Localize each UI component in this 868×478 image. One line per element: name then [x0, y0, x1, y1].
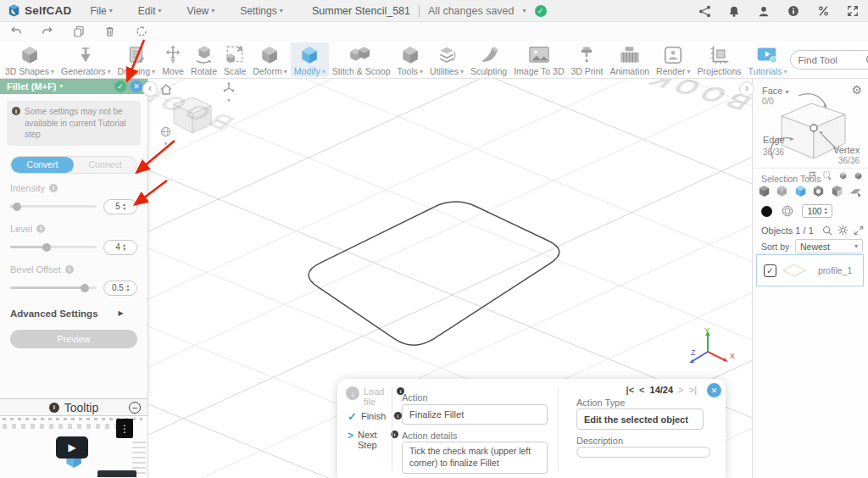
bevel-offset-value-stepper[interactable]: 0.5▴▾ [103, 281, 137, 296]
last-step-button[interactable]: >| [688, 385, 697, 395]
shortcuts-icon[interactable] [816, 4, 830, 18]
caret-down-icon[interactable]: ▾ [160, 141, 171, 147]
grid-settings-icon[interactable]: ▾ [160, 126, 171, 147]
fullscreen-icon[interactable] [846, 4, 860, 18]
undo-icon[interactable] [10, 25, 22, 37]
reset-icon[interactable] [136, 25, 147, 37]
action-details-input[interactable]: Tick the check mark (upper left corner) … [402, 442, 548, 474]
toolbar-item-stitch-scoop[interactable]: Stitch & Scoop [329, 42, 394, 77]
toolbar-item-image-to-3d[interactable]: Image To 3D [510, 42, 567, 77]
toolbar-item-rotate[interactable]: Rotate [187, 42, 220, 77]
wireframe-sphere-icon[interactable] [782, 205, 793, 217]
toolbar-item-tutorials[interactable]: Tutorials▾ [745, 42, 791, 77]
collapse-tooltip-button[interactable]: – [129, 402, 141, 414]
object-checkbox[interactable]: ✓ [764, 264, 776, 277]
camera-gizmo-icon[interactable]: ▾ [223, 82, 235, 104]
step-next-step[interactable]: > Next Step i [348, 430, 398, 450]
toolbar-item-generators[interactable]: Generators▾ [58, 42, 114, 77]
action-input[interactable]: Finalize Fillet [402, 404, 548, 425]
caret-down-icon[interactable]: ▾ [223, 97, 235, 104]
info-icon[interactable]: i [394, 412, 402, 420]
copy-icon[interactable] [73, 25, 85, 37]
collapse-right-panel-button[interactable]: › [739, 81, 754, 97]
search-icon[interactable] [822, 225, 832, 237]
redo-icon[interactable] [42, 25, 53, 37]
tab-convert[interactable]: Convert [11, 157, 74, 173]
object-list-item-profile-1[interactable]: ✓ profile_1 [756, 254, 864, 286]
first-step-button[interactable]: |< [626, 385, 635, 395]
toolbar-item-sculpting[interactable]: Sculpting [467, 42, 510, 77]
color-swatch-black[interactable] [761, 206, 772, 217]
edge-mode-label[interactable]: Edge [763, 135, 785, 145]
description-input[interactable] [576, 447, 710, 458]
toolbar-item-label: Tools▾ [398, 66, 424, 77]
select-cursor-icon[interactable] [823, 171, 832, 182]
intensity-value-stepper[interactable]: 5▴▾ [103, 199, 137, 214]
home-view-icon[interactable] [160, 84, 172, 97]
tab-connect[interactable]: Connect [74, 157, 136, 173]
play-button[interactable]: ▶ [56, 436, 88, 459]
cube-half-icon[interactable] [830, 184, 844, 200]
close-tutorial-button[interactable]: ✕ [707, 383, 721, 397]
menu-edit[interactable]: Edit▾ [138, 5, 162, 17]
caret-down-icon[interactable]: ▾ [522, 8, 526, 14]
cube-mesh-icon[interactable] [775, 184, 789, 200]
advanced-settings-toggle[interactable]: Advanced Settings ▶ [10, 308, 137, 319]
cube-solid-icon[interactable] [757, 184, 771, 200]
toolbar-item-render[interactable]: Render▾ [653, 42, 693, 77]
gear-icon[interactable] [837, 225, 849, 237]
toolbar-item-tools[interactable]: Tools▾ [394, 42, 427, 77]
preview-button[interactable]: Preview [10, 330, 137, 348]
apply-fillet-button[interactable]: ✓ [114, 81, 126, 92]
share-icon[interactable] [698, 4, 711, 18]
bevel-offset-slider[interactable] [10, 286, 97, 289]
tutorial-notice: i Some settings may not be available in … [7, 101, 141, 146]
cube-icon [398, 43, 424, 66]
document-title[interactable]: Summer Stencil_581 [312, 5, 410, 17]
level-value-stepper[interactable]: 4▴▾ [103, 240, 137, 255]
fillet-panel-header[interactable]: Fillet (M+F) ▾ ✓ ✕ [0, 79, 147, 94]
toolbar-item-projections[interactable]: Projections [694, 42, 745, 77]
plane-select-icon[interactable] [848, 184, 864, 200]
toolbar-item-modify[interactable]: Modify▾ [291, 42, 329, 77]
collapse-left-panel-button[interactable]: ‹ [142, 81, 158, 97]
find-tool-search[interactable] [790, 50, 868, 69]
opacity-stepper[interactable]: 100 ▴▾ [802, 204, 832, 218]
toolbar-item-animation[interactable]: Animation [606, 42, 653, 77]
toolbar-item-utilities[interactable]: Utilities▾ [426, 42, 467, 77]
kebab-menu-icon[interactable]: ⋮ [116, 419, 133, 438]
cube-dot-icon[interactable] [811, 184, 826, 200]
step-finish[interactable]: ✓ Finish i [348, 411, 402, 423]
toolbar-item-3d-print[interactable]: 3D Print [567, 42, 606, 77]
prev-step-button[interactable]: < [639, 385, 644, 395]
level-slider[interactable] [10, 246, 97, 248]
cube-mini-icon[interactable] [838, 171, 848, 182]
toolbar-item-deform[interactable]: Deform▾ [249, 42, 290, 77]
delete-icon[interactable] [104, 25, 116, 37]
toolbar-item-move[interactable]: Move [159, 42, 187, 77]
notifications-icon[interactable] [727, 4, 741, 18]
view-cube[interactable] [174, 97, 211, 133]
intensity-slider[interactable] [10, 205, 97, 208]
toolbar-item-scale[interactable]: Scale [220, 42, 249, 77]
vertex-mode-label[interactable]: Vertex [833, 145, 860, 155]
cube-selected-icon[interactable] [793, 184, 808, 200]
caret-down-icon[interactable]: ▾ [59, 83, 63, 90]
menu-view[interactable]: View▾ [186, 5, 214, 17]
info-icon: i [65, 265, 74, 274]
tutorial-video-thumbnail[interactable]: ▶ ⋮ [0, 416, 147, 477]
flag-icon[interactable] [808, 171, 817, 182]
account-icon[interactable] [757, 4, 771, 18]
toolbar-item-drawing[interactable]: Drawing▾ [114, 42, 159, 77]
expand-icon[interactable] [854, 225, 864, 237]
action-type-input[interactable]: Edit the selected object [576, 409, 704, 430]
next-step-button[interactable]: > [678, 385, 683, 395]
menu-settings[interactable]: Settings▾ [240, 5, 282, 17]
close-fillet-button[interactable]: ✕ [131, 81, 142, 92]
menu-file[interactable]: File▾ [90, 5, 112, 17]
info-icon[interactable] [787, 4, 800, 18]
find-tool-input[interactable] [798, 55, 865, 65]
toolbar-item-3d-shapes[interactable]: 3D Shapes▾ [2, 42, 58, 77]
sort-dropdown[interactable]: Newest ▾ [795, 239, 863, 253]
cube-mini2-icon[interactable] [854, 171, 863, 182]
